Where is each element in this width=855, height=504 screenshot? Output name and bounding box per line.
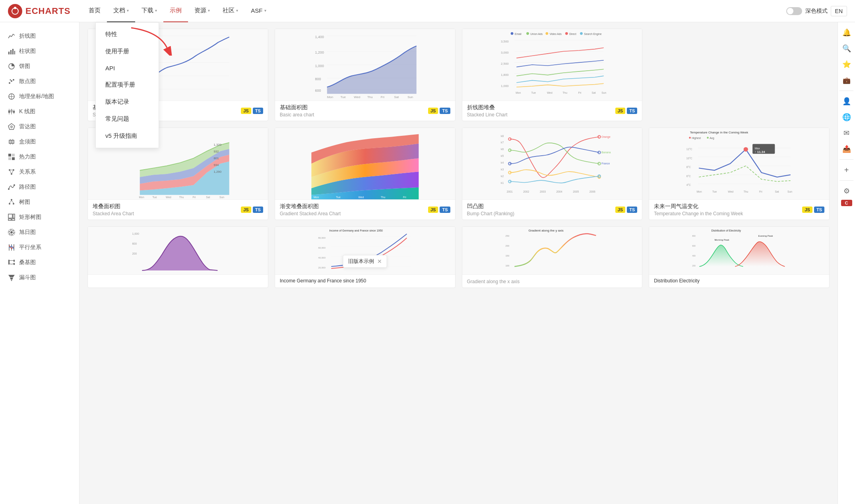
sidebar-item-sankey[interactable]: 桑基图: [0, 255, 79, 270]
briefcase-icon-btn[interactable]: 💼: [839, 73, 854, 87]
nav-home[interactable]: 首页: [82, 0, 107, 22]
sidebar-item-parallel[interactable]: 平行坐系: [0, 240, 79, 255]
language-button[interactable]: EN: [831, 6, 847, 16]
sidebar-item-scatter[interactable]: 散点图: [0, 74, 79, 89]
stacked-line-svg: Email Union Ads Video Ads Direct Search …: [462, 29, 642, 100]
svg-text:k7: k7: [501, 141, 504, 144]
svg-point-168: [707, 137, 709, 139]
chart-title-en-gradient-stacked: Gradient Stacked Area Chart: [280, 211, 341, 216]
sankey-icon: [8, 259, 15, 266]
chart-title-cn-gradient-stacked: 渐变堆叠面积图: [280, 203, 341, 210]
badge-ts-stacked-area[interactable]: TS: [253, 207, 263, 213]
csdn-icon-btn[interactable]: C: [841, 200, 852, 206]
chart-titles-basic-area: 基础面积图 Basic area chart: [280, 104, 314, 118]
nav-asf[interactable]: ASF ▾: [244, 0, 272, 22]
close-tooltip-icon[interactable]: ✕: [377, 258, 382, 265]
globe-icon-btn[interactable]: 🌐: [839, 110, 854, 124]
sidebar-item-line[interactable]: 折线图: [0, 29, 79, 44]
send-icon-btn[interactable]: 📤: [839, 142, 854, 156]
mail-icon-btn[interactable]: ✉: [839, 126, 854, 140]
badge-js-bump[interactable]: JS: [615, 207, 625, 213]
tree-icon: [8, 199, 15, 206]
svg-text:600: 600: [315, 89, 321, 93]
badge-js-smoothed[interactable]: JS: [241, 108, 251, 114]
svg-text:600: 600: [132, 242, 137, 245]
badge-ts-gradient-stacked[interactable]: TS: [440, 207, 450, 213]
dropdown-config[interactable]: 配置项手册: [96, 76, 159, 93]
svg-text:France: France: [601, 162, 610, 165]
nav-examples[interactable]: 示例: [163, 0, 188, 22]
svg-text:2004: 2004: [556, 190, 562, 193]
download-arrow-icon: ▾: [155, 8, 157, 13]
svg-text:k8: k8: [501, 135, 504, 137]
notification-icon-btn[interactable]: 🔔: [839, 25, 854, 40]
sidebar-item-bar[interactable]: 柱状图: [0, 44, 79, 59]
settings-icon-btn[interactable]: ⚙: [839, 184, 854, 198]
badge-js-stacked-area[interactable]: JS: [241, 207, 251, 213]
chart-title-cn-distribution: Distribution Electricity: [654, 278, 700, 284]
svg-line-36: [10, 170, 12, 174]
badge-ts-bump[interactable]: TS: [627, 207, 637, 213]
nav-download[interactable]: 下载 ▾: [135, 0, 163, 22]
chart-titles-stacked-area: 堆叠面积图 Stacked Area Chart: [93, 203, 134, 216]
chart-card-footer-purple: [88, 274, 268, 281]
dropdown-api[interactable]: API: [96, 60, 159, 76]
chart-card-distribution[interactable]: Distribution of Electricity 800 600 400 …: [649, 226, 830, 288]
sidebar-item-candlestick[interactable]: K 线图: [0, 104, 79, 119]
badge-ts-basic-area[interactable]: TS: [440, 108, 450, 114]
dark-mode-switch[interactable]: [786, 7, 802, 15]
chart-card-purple[interactable]: 1,000 600 200: [87, 226, 268, 288]
badge-js-gradient-stacked[interactable]: JS: [428, 207, 438, 213]
chart-card-gradient-stacked[interactable]: Mon Tue Wed Thu Fri 渐变堆叠面积图 Gradient Sta…: [275, 127, 456, 220]
badge-ts-smoothed[interactable]: TS: [253, 108, 263, 114]
svg-point-93: [526, 32, 529, 35]
sidebar-item-lines[interactable]: 路径图: [0, 180, 79, 195]
dropdown-features[interactable]: 特性: [96, 26, 159, 43]
search-icon-btn[interactable]: 🔍: [839, 41, 854, 56]
badge-ts-stacked-line[interactable]: TS: [627, 108, 637, 114]
chart-card-stacked-line[interactable]: Email Union Ads Video Ads Direct Search …: [462, 29, 643, 121]
dropdown-manual[interactable]: 使用手册: [96, 43, 159, 60]
svg-text:Morning Peak: Morning Peak: [715, 239, 730, 241]
dropdown-faq[interactable]: 常见问题: [96, 110, 159, 127]
chart-preview-stacked-line: Email Union Ads Video Ads Direct Search …: [462, 29, 642, 100]
sidebar-item-funnel[interactable]: 漏斗图: [0, 270, 79, 285]
dropdown-v5-guide[interactable]: v5 升级指南: [96, 127, 159, 145]
badge-js-basic-area[interactable]: JS: [428, 108, 438, 114]
star-icon-btn[interactable]: ⭐: [839, 57, 854, 71]
badge-js-temperature[interactable]: JS: [802, 207, 812, 213]
user-icon-btn[interactable]: 👤: [839, 94, 854, 108]
chart-card-income[interactable]: Income of Germany and France since 1950 …: [275, 226, 456, 288]
logo-area[interactable]: ECHARTS: [8, 4, 70, 18]
logo-text: ECHARTS: [25, 6, 70, 16]
sidebar-item-graph[interactable]: 关系系: [0, 164, 79, 180]
sidebar-item-pie[interactable]: 饼图: [0, 59, 79, 74]
sidebar-item-treemap[interactable]: 矩形树图: [0, 210, 79, 225]
sidebar-item-tree[interactable]: 树图: [0, 195, 79, 210]
chart-title-en-basic-area: Basic area chart: [280, 112, 314, 118]
badge-js-stacked-line[interactable]: JS: [615, 108, 625, 114]
sidebar-item-heatmap[interactable]: 热力图: [0, 149, 79, 164]
svg-point-12: [10, 79, 11, 81]
sidebar-item-radar[interactable]: 雷达图: [0, 119, 79, 134]
svg-rect-31: [12, 157, 15, 160]
nav-resources[interactable]: 资源 ▾: [188, 0, 216, 22]
chart-card-gradient-y[interactable]: Gradient along the y axis 250 200 150 10…: [462, 226, 643, 288]
dropdown-changelog[interactable]: 版本记录: [96, 93, 159, 110]
svg-point-40: [11, 199, 12, 201]
sidebar-item-map[interactable]: 地理坐标/地图: [0, 89, 79, 104]
add-icon-btn[interactable]: +: [839, 163, 854, 177]
line-chart-icon: [8, 33, 15, 40]
chart-card-bump[interactable]: k8 k7 k6 k5 k4 k3 k2 k1: [462, 127, 643, 220]
chart-card-basic-area[interactable]: 1,400 1,200 1,000 800 600: [275, 29, 456, 121]
svg-point-0: [8, 4, 22, 18]
nav-docs[interactable]: 文档 ▾: [107, 0, 135, 22]
svg-point-180: [744, 147, 748, 151]
badge-ts-temperature[interactable]: TS: [814, 207, 824, 213]
sidebar-item-sunburst[interactable]: 旭日图: [0, 225, 79, 240]
nav-community[interactable]: 社区 ▾: [216, 0, 244, 22]
svg-text:Gradient along the y axis: Gradient along the y axis: [528, 229, 564, 232]
sidebar-item-boxplot[interactable]: 盒须图: [0, 134, 79, 149]
svg-marker-60: [11, 280, 12, 281]
chart-card-temperature[interactable]: Temperature Change in the Coming Week Hi…: [649, 127, 830, 220]
